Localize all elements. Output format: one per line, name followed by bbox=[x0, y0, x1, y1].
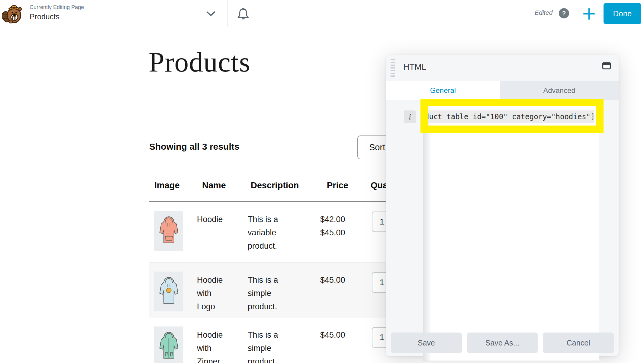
builder-top-toolbar: Currently Editing Page Products Edited ?… bbox=[0, 0, 644, 27]
column-header-image: Image bbox=[154, 180, 180, 190]
column-header-price: Price bbox=[327, 180, 348, 190]
plus-icon bbox=[582, 7, 596, 21]
toolbar-divider bbox=[227, 0, 228, 27]
add-content-button[interactable] bbox=[582, 7, 596, 21]
product-thumbnail bbox=[154, 326, 183, 363]
tab-general[interactable]: General bbox=[386, 81, 500, 100]
page-title: Products bbox=[149, 46, 250, 78]
bell-icon bbox=[236, 7, 250, 21]
current-page-name: Products bbox=[30, 11, 84, 22]
done-button[interactable]: Done bbox=[604, 3, 641, 24]
dialog-title: HTML bbox=[403, 62, 426, 72]
product-price: $42.00 – $45.00 bbox=[320, 213, 354, 239]
table-header-rule bbox=[149, 201, 405, 202]
editor-info-gutter: i bbox=[404, 110, 416, 123]
edited-status: Edited bbox=[535, 9, 553, 16]
beaver-builder-menu-button[interactable] bbox=[2, 3, 22, 24]
help-icon[interactable]: ? bbox=[559, 8, 569, 18]
shortcode-text: duct_table id="100" category="hoodies"] bbox=[423, 113, 595, 121]
product-description: This is a simple product. bbox=[248, 328, 286, 363]
page-switcher-dropdown[interactable] bbox=[204, 9, 217, 18]
column-header-name: Name bbox=[202, 180, 226, 190]
column-header-description: Description bbox=[251, 180, 299, 190]
hoodie-with-logo-image bbox=[158, 275, 180, 308]
product-price: $45.00 bbox=[320, 328, 354, 342]
tab-advanced[interactable]: Advanced bbox=[500, 81, 619, 100]
hoodie-image bbox=[158, 214, 180, 247]
save-as-button[interactable]: Save As... bbox=[467, 333, 538, 353]
chevron-down-icon bbox=[206, 11, 216, 17]
product-thumbnail bbox=[154, 211, 183, 251]
results-count: Showing all 3 results bbox=[149, 142, 239, 152]
drag-handle-icon[interactable] bbox=[391, 59, 395, 77]
product-name: Hoodie bbox=[197, 213, 227, 226]
currently-editing-label: Currently Editing Page bbox=[30, 4, 84, 11]
table-row: Hoodie with Zipper This is a simple prod… bbox=[149, 317, 405, 363]
shortcode-input[interactable]: duct_table id="100" category="hoodies"] bbox=[423, 110, 594, 123]
product-name: Hoodie with Logo bbox=[197, 273, 227, 313]
product-description: This is a simple product. bbox=[248, 273, 286, 313]
dialog-footer: Save Save As... Cancel bbox=[391, 333, 614, 353]
product-name: Hoodie with Zipper bbox=[197, 328, 227, 363]
html-module-settings-dialog: HTML General Advanced i duct_table id="1… bbox=[386, 55, 619, 356]
editor-gutter-shade bbox=[423, 106, 432, 361]
product-description: This is a variable product. bbox=[248, 213, 286, 253]
currently-editing-block: Currently Editing Page Products bbox=[30, 4, 84, 22]
product-price: $45.00 bbox=[320, 273, 354, 287]
save-button[interactable]: Save bbox=[391, 333, 462, 353]
cancel-button[interactable]: Cancel bbox=[543, 333, 614, 353]
dialog-tabs: General Advanced bbox=[386, 81, 619, 100]
table-row: Hoodie with Logo This is a simple produc… bbox=[149, 262, 405, 317]
window-icon bbox=[602, 62, 611, 69]
beaver-icon bbox=[2, 3, 22, 24]
notifications-button[interactable] bbox=[236, 7, 250, 21]
toolbar-logo-divider bbox=[26, 0, 26, 27]
table-row: Hoodie This is a variable product. $42.0… bbox=[149, 202, 405, 262]
hoodie-with-zipper-image bbox=[158, 330, 180, 363]
window-mode-button[interactable] bbox=[602, 62, 611, 69]
dialog-header: HTML bbox=[386, 55, 619, 81]
code-editor[interactable] bbox=[423, 106, 599, 361]
product-thumbnail bbox=[154, 272, 183, 311]
